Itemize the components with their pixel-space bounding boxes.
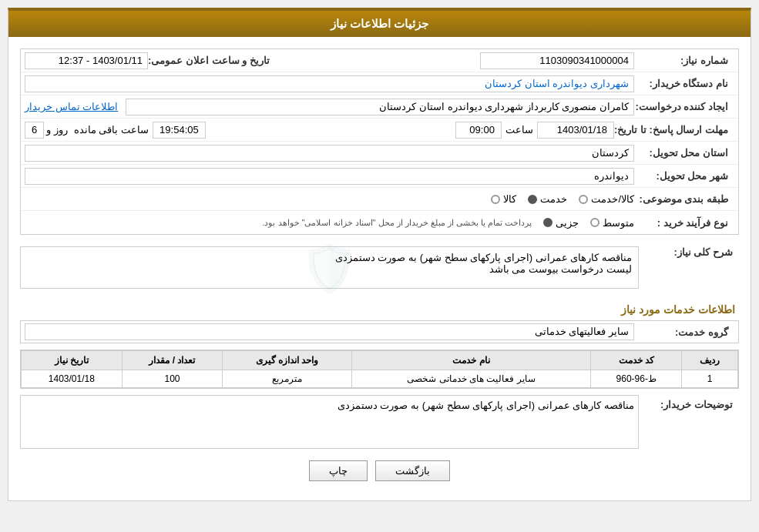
process-motawaset-label: متوسط (603, 217, 634, 229)
khadamat-label: خدمت (540, 193, 567, 205)
table-header-row: ردیف کد خدمت نام خدمت واحد اندازه گیری ت… (22, 351, 738, 370)
need-desc-row: شرح کلی نیاز: 🛡️ مناقصه کارهای عمرانی (ا… (20, 243, 739, 293)
city-label: شهر محل تحویل: (634, 170, 734, 182)
province-value: کردستان (25, 145, 634, 162)
cell-row: 1 (682, 370, 738, 388)
row-buyer-org: نام دستگاه خریدار: شهرداری دیواندره استا… (21, 72, 738, 95)
print-button[interactable]: چاپ (309, 460, 368, 481)
deadline-time: 09:00 (455, 122, 502, 139)
row-need-number: شماره نیاز: 1103090341000004 تاریخ و ساع… (21, 49, 738, 72)
process-radio-group: متوسط جزیی (543, 217, 634, 229)
category-khadamat: خدمت (528, 193, 567, 205)
category-kala: کالا (491, 193, 516, 205)
buyer-desc-text: مناقصه کارهای عمرانی (اجرای پارکهای سطح … (338, 400, 634, 411)
need-number-label: شماره نیاز: (634, 55, 734, 66)
deadline-remaining: 19:54:05 (153, 122, 206, 139)
kala-khadamat-radio[interactable] (579, 195, 588, 204)
deadline-day-label: روز و (44, 124, 70, 136)
process-note: پرداخت تمام یا بخشی از مبلغ خریدار از مح… (25, 218, 543, 228)
kala-khadamat-label: کالا/خدمت (591, 193, 634, 205)
col-row-header: ردیف (682, 351, 738, 370)
buyer-desc-row: توضیحات خریدار: مناقصه کارهای عمرانی (اج… (20, 395, 739, 449)
need-description-box: مناقصه کارهای عمرانی (اجرای پارکهای سطح … (20, 246, 639, 289)
top-info-section: شماره نیاز: 1103090341000004 تاریخ و ساع… (20, 49, 739, 235)
table-row: 1ط-96-960سایر فعالیت های خدماتی شخصیمترم… (22, 370, 738, 388)
deadline-date: 1403/01/18 (537, 122, 614, 139)
service-group-value: سایر فعالیتهای خدماتی (25, 323, 634, 340)
cell-name: سایر فعالیت های خدماتی شخصی (351, 370, 591, 388)
need-desc-label: شرح کلی نیاز: (639, 243, 739, 258)
creator-value: کامران منصوری کاربرداز شهرداری دیواندره … (126, 99, 634, 115)
service-group-label: گروه خدمت: (634, 326, 734, 338)
row-creator: ایجاد کننده درخواست: کامران منصوری کاربر… (21, 95, 738, 119)
process-jozi: جزیی (543, 217, 579, 229)
deadline-days: 6 (25, 122, 44, 139)
need-number-value: 1103090341000004 (480, 52, 634, 69)
jozi-radio[interactable] (543, 218, 552, 227)
category-radio-group: کالا/خدمت خدمت کالا (491, 193, 634, 205)
services-table-container: ردیف کد خدمت نام خدمت واحد اندازه گیری ت… (20, 350, 739, 389)
category-kala-khadamat: کالا/خدمت (579, 193, 634, 205)
motawaset-radio[interactable] (590, 218, 599, 227)
buyer-org-value: شهرداری دیواندره استان کردستان (25, 75, 634, 92)
cell-unit: مترمربع (223, 370, 351, 388)
buyer-desc-box: مناقصه کارهای عمرانی (اجرای پارکهای سطح … (20, 395, 639, 449)
col-code-header: کد خدمت (591, 351, 682, 370)
col-unit-header: واحد اندازه گیری (223, 351, 351, 370)
cell-code: ط-96-960 (591, 370, 682, 388)
col-date-header: تاریخ نیاز (22, 351, 123, 370)
deadline-remaining-label: ساعت باقی مانده (70, 124, 153, 136)
row-service-group: گروه خدمت: سایر فعالیتهای خدماتی (20, 320, 739, 343)
col-name-header: نام خدمت (351, 351, 591, 370)
card-body: شماره نیاز: 1103090341000004 تاریخ و ساع… (8, 37, 751, 500)
process-motawaset: متوسط (590, 217, 634, 229)
process-label: نوع فرآیند خرید : (634, 217, 734, 229)
button-row: بازگشت چاپ (20, 460, 739, 489)
services-table: ردیف کد خدمت نام خدمت واحد اندازه گیری ت… (21, 350, 738, 388)
creator-label: ایجاد کننده درخواست: (634, 101, 734, 112)
kala-label: کالا (503, 193, 516, 205)
page-wrapper: جزئیات اطلاعات نیاز شماره نیاز: 11030903… (0, 0, 759, 532)
buyer-desc-label: توضیحات خریدار: (639, 395, 739, 410)
buyer-org-label: نام دستگاه خریدار: (634, 78, 734, 89)
contact-link[interactable]: اطلاعات تماس خریدار (25, 101, 118, 112)
col-qty-header: تعداد / مقدار (122, 351, 223, 370)
row-deadline: مهلت ارسال پاسخ: تا تاریخ: 1403/01/18 سا… (21, 119, 738, 142)
need-description-text: مناقصه کارهای عمرانی (اجرای پارکهای سطح … (27, 252, 632, 275)
province-label: استان محل تحویل: (634, 147, 734, 159)
row-process: نوع فرآیند خرید : متوسط جزیی پرداخت تمام… (21, 211, 738, 234)
process-jozi-label: جزیی (556, 217, 579, 229)
khadamat-radio[interactable] (528, 195, 537, 204)
announce-date-label: تاریخ و ساعت اعلان عمومی: (148, 55, 276, 66)
deadline-label: مهلت ارسال پاسخ: تا تاریخ: (614, 124, 734, 136)
cell-date: 1403/01/18 (22, 370, 123, 388)
kala-radio[interactable] (491, 195, 500, 204)
row-category: طبقه بندی موضوعی: کالا/خدمت خدمت کالا (21, 188, 738, 211)
category-label: طبقه بندی موضوعی: (634, 193, 734, 205)
services-section-title: اطلاعات خدمات مورد نیاز (20, 299, 739, 320)
need-desc-container: 🛡️ مناقصه کارهای عمرانی (اجرای پارکهای س… (20, 243, 639, 293)
announce-date-value: 1403/01/11 - 12:37 (25, 52, 148, 69)
row-city: شهر محل تحویل: دیواندره (21, 165, 738, 188)
page-title: جزئیات اطلاعات نیاز (331, 17, 428, 30)
main-card: جزئیات اطلاعات نیاز شماره نیاز: 11030903… (8, 8, 751, 501)
cell-qty: 100 (122, 370, 223, 388)
back-button[interactable]: بازگشت (375, 460, 450, 481)
city-value: دیواندره (25, 168, 634, 185)
deadline-time-label: ساعت (502, 124, 537, 136)
row-province: استان محل تحویل: کردستان (21, 142, 738, 165)
card-header: جزئیات اطلاعات نیاز (8, 11, 751, 37)
